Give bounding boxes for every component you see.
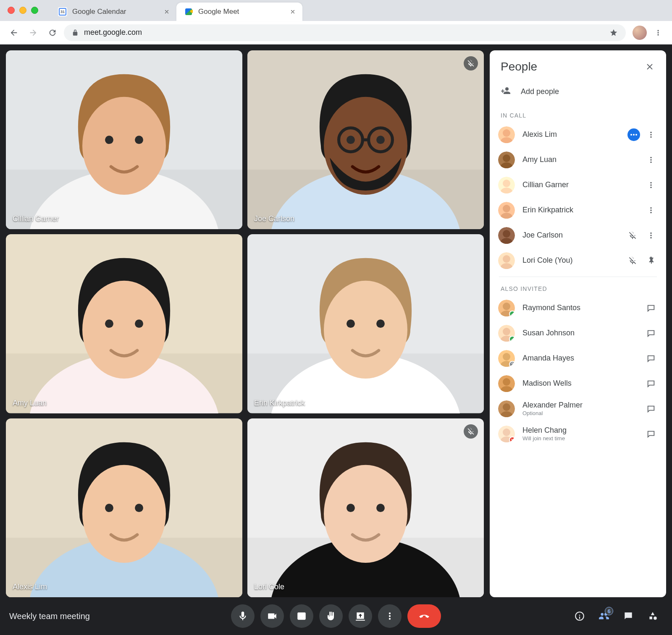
close-panel-button[interactable] [643, 60, 657, 74]
svg-point-43 [346, 504, 355, 512]
svg-point-42 [324, 465, 407, 563]
chat-with-button[interactable] [643, 326, 659, 341]
close-tab-icon[interactable] [289, 8, 297, 16]
chat-with-button[interactable] [643, 401, 659, 416]
chat-with-button[interactable] [643, 376, 659, 391]
participant-more-button[interactable] [643, 203, 659, 218]
window-controls[interactable] [8, 7, 38, 14]
participant-row[interactable]: Joe Carlson [498, 223, 663, 248]
in-call-list: Alexis Lim Amy Luan Cillian Garner Erin … [490, 122, 666, 273]
participant-row[interactable]: Alexis Lim [498, 122, 663, 147]
participant-row[interactable]: Erin Kirkpatrick [498, 198, 663, 223]
chat-with-button[interactable] [643, 426, 659, 442]
invited-row[interactable]: ? Amanda Hayes [498, 346, 663, 371]
avatar: ✓ [498, 325, 515, 342]
minimize-window-icon[interactable] [19, 7, 26, 14]
muted-icon [464, 424, 478, 439]
chat-with-button[interactable] [643, 351, 659, 366]
add-people-button[interactable]: Add people [490, 80, 666, 104]
tile-name-label: Joe Carlson [254, 214, 294, 223]
address-bar[interactable]: meet.google.com [64, 24, 626, 41]
meeting-details-button[interactable] [570, 606, 590, 626]
video-tile[interactable]: Cillian Garner [6, 50, 242, 229]
svg-point-16 [346, 136, 355, 144]
svg-point-58 [503, 230, 510, 238]
invited-subtext: Optional [522, 410, 636, 417]
svg-point-67 [503, 328, 510, 335]
svg-point-25 [105, 320, 113, 328]
video-tile[interactable]: Joe Carlson [247, 50, 484, 229]
participant-more-button[interactable] [643, 178, 659, 193]
status-unknown-icon: ? [509, 361, 515, 367]
tab-google-calendar[interactable]: Google Calendar [50, 3, 176, 21]
add-people-label: Add people [521, 87, 559, 96]
svg-point-36 [82, 465, 166, 563]
leave-call-button[interactable] [407, 604, 441, 628]
svg-point-38 [135, 504, 143, 512]
more-options-button[interactable] [378, 604, 402, 628]
svg-point-11 [135, 136, 143, 144]
svg-point-44 [376, 504, 385, 512]
pin-button[interactable] [643, 253, 659, 268]
chat-button[interactable] [618, 606, 638, 626]
people-button[interactable]: 6 [594, 606, 614, 626]
bookmark-star-icon[interactable] [609, 29, 618, 37]
invited-row[interactable]: Alexander PalmerOptional [498, 396, 663, 421]
forward-button[interactable] [25, 25, 41, 41]
svg-point-52 [503, 180, 510, 187]
participant-more-button[interactable] [643, 152, 659, 167]
avatar [498, 152, 515, 168]
svg-point-10 [105, 136, 113, 144]
browser-menu-button[interactable] [650, 25, 666, 41]
svg-point-37 [105, 504, 113, 512]
invited-row[interactable]: ✕ Helen ChangWill join next time [498, 421, 663, 447]
video-tile[interactable]: Erin Kirkpatrick [247, 234, 484, 413]
video-tile[interactable]: Amy Luan [6, 234, 242, 413]
avatar: ✓ [498, 300, 515, 316]
calendar-favicon-icon [58, 7, 67, 16]
url-text: meet.google.com [84, 28, 142, 37]
zoom-window-icon[interactable] [31, 7, 38, 14]
avatar [498, 177, 515, 193]
mic-toggle-button[interactable] [231, 604, 255, 628]
video-tile[interactable]: Alexis Lim [6, 418, 242, 597]
video-tile[interactable]: Lori Cole [247, 418, 484, 597]
avatar [498, 400, 515, 417]
invited-row[interactable]: ✓ Raymond Santos [498, 295, 663, 321]
close-window-icon[interactable] [8, 7, 15, 14]
participant-more-button[interactable] [643, 228, 659, 243]
invited-row[interactable]: ✓ Susan Johnson [498, 321, 663, 346]
video-grid: Cillian Garner Joe Carlson Amy Luan Erin… [6, 50, 484, 597]
participant-row[interactable]: Cillian Garner [498, 172, 663, 198]
raise-hand-button[interactable] [319, 604, 343, 628]
invited-row[interactable]: Madison Wells [498, 371, 663, 396]
panel-title: People [501, 60, 643, 73]
meet-app: Cillian Garner Joe Carlson Amy Luan Erin… [0, 44, 672, 635]
reload-button[interactable] [45, 25, 60, 41]
participant-row[interactable]: Amy Luan [498, 147, 663, 172]
tab-strip: Google Calendar Google Meet [0, 0, 672, 21]
center-controls [231, 604, 441, 628]
speaking-indicator-icon [627, 128, 640, 141]
status-declined-icon: ✕ [509, 436, 515, 442]
svg-point-9 [82, 97, 166, 195]
back-button[interactable] [6, 25, 22, 41]
participant-more-button[interactable] [643, 127, 659, 142]
close-tab-icon[interactable] [163, 8, 171, 16]
status-accepted-icon: ✓ [509, 336, 515, 342]
svg-point-55 [503, 205, 510, 212]
profile-avatar[interactable] [633, 26, 647, 40]
tab-google-meet[interactable]: Google Meet [176, 3, 302, 21]
activities-button[interactable] [643, 606, 663, 626]
present-button[interactable] [349, 604, 372, 628]
muted-icon [464, 56, 478, 71]
muted-icon [625, 253, 640, 268]
svg-point-61 [503, 255, 510, 263]
participant-name: Erin Kirkpatrick [522, 206, 636, 215]
captions-button[interactable] [290, 604, 313, 628]
camera-toggle-button[interactable] [260, 604, 284, 628]
participant-row[interactable]: Lori Cole (You) [498, 248, 663, 273]
invited-name: Susan Johnson [522, 329, 636, 338]
chat-with-button[interactable] [643, 301, 659, 316]
avatar [498, 252, 515, 269]
